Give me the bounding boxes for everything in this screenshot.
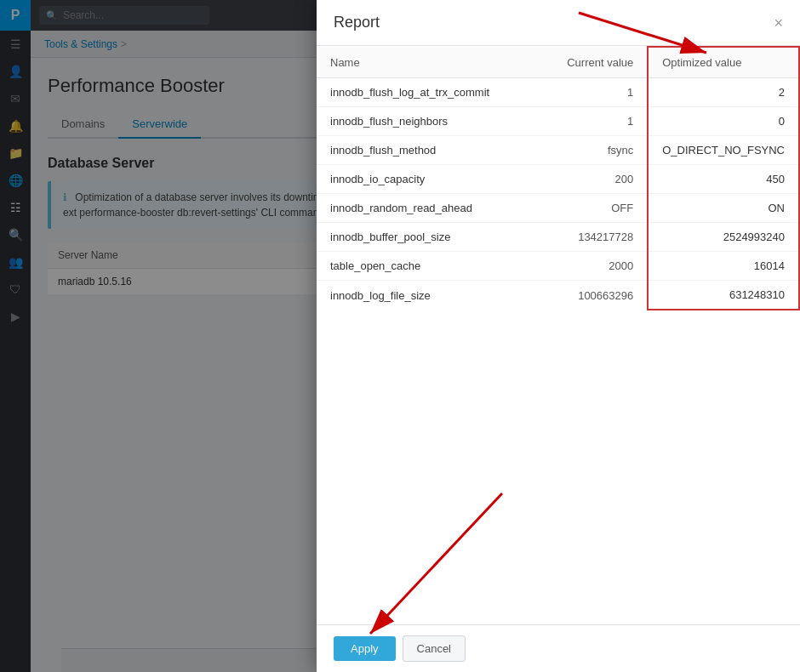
report-row-current: fsync (531, 136, 649, 165)
col-current: Current value (531, 47, 649, 78)
modal-header: Report × (317, 0, 800, 46)
report-row-name: innodb_flush_log_at_trx_commit (317, 78, 531, 107)
report-row: table_open_cache 2000 16014 (317, 252, 799, 281)
report-row-current: OFF (531, 194, 649, 223)
report-row: innodb_buffer_pool_size 134217728 252499… (317, 223, 799, 252)
report-row-name: innodb_random_read_ahead (317, 194, 531, 223)
report-table: Name Current value Optimized value innod… (317, 46, 800, 310)
report-row-current: 134217728 (531, 223, 649, 252)
report-row-optimized: O_DIRECT_NO_FSYNC (648, 136, 799, 165)
report-row: innodb_random_read_ahead OFF ON (317, 194, 799, 223)
report-row: innodb_log_file_size 100663296 631248310 (317, 281, 799, 310)
report-row-name: innodb_flush_neighbors (317, 107, 531, 136)
report-row-name: innodb_io_capacity (317, 165, 531, 194)
report-row-current: 1 (531, 107, 649, 136)
modal-body: Name Current value Optimized value innod… (317, 46, 800, 624)
report-row-current: 200 (531, 165, 649, 194)
report-row-name: innodb_log_file_size (317, 281, 531, 310)
report-row-name: table_open_cache (317, 252, 531, 281)
report-row-optimized: ON (648, 194, 799, 223)
report-row-current: 100663296 (531, 281, 649, 310)
report-row-optimized: 0 (648, 107, 799, 136)
col-name: Name (317, 47, 531, 78)
col-optimized: Optimized value (648, 47, 799, 78)
report-row-current: 2000 (531, 252, 649, 281)
report-row: innodb_flush_neighbors 1 0 (317, 107, 799, 136)
report-row-name: innodb_buffer_pool_size (317, 223, 531, 252)
report-row-optimized: 450 (648, 165, 799, 194)
modal-close-button[interactable]: × (774, 15, 783, 31)
report-row-optimized: 16014 (648, 252, 799, 281)
modal-title: Report (334, 14, 380, 31)
report-row: innodb_flush_method fsync O_DIRECT_NO_FS… (317, 136, 799, 165)
report-row-optimized: 2 (648, 78, 799, 107)
report-row: innodb_flush_log_at_trx_commit 1 2 (317, 78, 799, 107)
report-row-name: innodb_flush_method (317, 136, 531, 165)
report-modal: Report × Name Current value Optimized va… (317, 0, 800, 672)
report-row-optimized: 2524993240 (648, 223, 799, 252)
cancel-button[interactable]: Cancel (403, 635, 466, 662)
report-row-optimized: 631248310 (648, 281, 799, 310)
apply-button[interactable]: Apply (334, 636, 396, 661)
modal-footer: Apply Cancel (317, 624, 800, 672)
report-row-current: 1 (531, 78, 649, 107)
report-row: innodb_io_capacity 200 450 (317, 165, 799, 194)
